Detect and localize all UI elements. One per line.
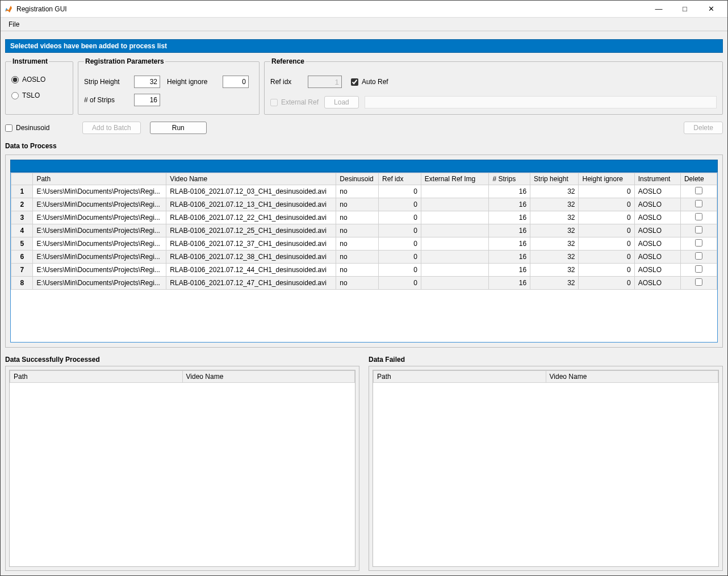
registration-parameters-legend: Registration Parameters	[84, 57, 165, 65]
failed-title: Data Failed	[369, 356, 723, 364]
cell-nstrips: 16	[489, 251, 530, 264]
radio-aoslo-label: AOSLO	[22, 76, 45, 84]
cell-heightignore: 0	[579, 264, 634, 277]
maximize-button[interactable]: □	[672, 1, 698, 18]
cell-video: RLAB-0106_2021.07.12_44_CH1_desinusoided…	[166, 264, 336, 277]
instrument-panel: Instrument AOSLO TSLO	[5, 57, 73, 115]
row-index: 3	[11, 211, 33, 224]
cell-instrument: AOSLO	[634, 224, 680, 237]
failed-panel: Path Video Name	[369, 366, 723, 571]
th-heightignore[interactable]: Height ignore	[579, 173, 634, 185]
minimize-button[interactable]: —	[646, 1, 672, 18]
table-row[interactable]: 4E:\Users\Min\Documents\Projects\Regi...…	[11, 224, 717, 237]
strip-height-input[interactable]	[134, 76, 160, 88]
row-index: 2	[11, 198, 33, 211]
cell-stripheight: 32	[530, 211, 579, 224]
n-strips-input[interactable]	[134, 94, 160, 106]
cell-nstrips: 16	[489, 211, 530, 224]
window-title: Registration GUI	[16, 5, 67, 13]
load-button: Load	[324, 96, 359, 108]
table-row[interactable]: 5E:\Users\Min\Documents\Projects\Regi...…	[11, 237, 717, 251]
cell-delete[interactable]	[680, 211, 717, 224]
cell-stripheight: 32	[530, 277, 579, 290]
th-delete[interactable]: Delete	[680, 173, 717, 185]
cell-instrument: AOSLO	[634, 277, 680, 290]
radio-tslo-label: TSLO	[22, 91, 40, 99]
cell-stripheight: 32	[530, 237, 579, 251]
app-window: Registration GUI — □ ✕ File Selected vid…	[0, 0, 728, 576]
cell-delete[interactable]	[680, 237, 717, 251]
cell-nstrips: 16	[489, 185, 530, 198]
delete-checkbox[interactable]	[695, 278, 702, 286]
table-row[interactable]: 7E:\Users\Min\Documents\Projects\Regi...…	[11, 264, 717, 277]
radio-tslo[interactable]	[11, 92, 19, 99]
cell-extref	[421, 211, 489, 224]
table-row[interactable]: 3E:\Users\Min\Documents\Projects\Regi...…	[11, 211, 717, 224]
delete-checkbox[interactable]	[695, 252, 702, 260]
th-extref[interactable]: External Ref Img	[421, 173, 489, 185]
ref-idx-input	[308, 76, 342, 88]
data-table-wrap[interactable]: Path Video Name Desinusoid Ref idx Exter…	[10, 172, 718, 343]
cell-nstrips: 16	[489, 277, 530, 290]
delete-checkbox[interactable]	[695, 239, 702, 247]
th-path[interactable]: Path	[33, 173, 166, 185]
cell-extref	[421, 251, 489, 264]
table-selection-strip	[10, 160, 718, 172]
failed-th-video[interactable]: Video Name	[546, 371, 718, 383]
cell-video: RLAB-0106_2021.07.12_25_CH1_desinusoided…	[166, 224, 336, 237]
n-strips-label: # of Strips	[84, 96, 129, 104]
menu-file[interactable]: File	[5, 19, 23, 30]
delete-checkbox[interactable]	[695, 200, 702, 207]
run-button[interactable]: Run	[150, 122, 207, 134]
height-ignore-input[interactable]	[223, 76, 249, 88]
status-banner: Selected videos have been added to proce…	[5, 39, 723, 53]
delete-checkbox[interactable]	[695, 265, 702, 273]
auto-ref-checkbox[interactable]	[351, 78, 358, 86]
cell-extref	[421, 264, 489, 277]
delete-checkbox[interactable]	[695, 226, 702, 233]
failed-th-path[interactable]: Path	[374, 371, 546, 383]
cell-delete[interactable]	[680, 251, 717, 264]
table-row[interactable]: 8E:\Users\Min\Documents\Projects\Regi...…	[11, 277, 717, 290]
cell-delete[interactable]	[680, 198, 717, 211]
data-to-process-panel: Path Video Name Desinusoid Ref idx Exter…	[5, 155, 723, 348]
cell-refidx: 0	[379, 237, 421, 251]
cell-heightignore: 0	[579, 211, 634, 224]
th-nstrips[interactable]: # Strips	[489, 173, 530, 185]
cell-path: E:\Users\Min\Documents\Projects\Regi...	[33, 224, 166, 237]
delete-checkbox[interactable]	[695, 213, 702, 220]
table-row[interactable]: 6E:\Users\Min\Documents\Projects\Regi...…	[11, 251, 717, 264]
th-stripheight[interactable]: Strip height	[530, 173, 579, 185]
cell-instrument: AOSLO	[634, 198, 680, 211]
th-instrument[interactable]: Instrument	[634, 173, 680, 185]
cell-nstrips: 16	[489, 224, 530, 237]
table-row[interactable]: 1E:\Users\Min\Documents\Projects\Regi...…	[11, 185, 717, 198]
processed-th-video[interactable]: Video Name	[182, 371, 355, 383]
external-ref-checkbox	[270, 99, 278, 106]
radio-aoslo[interactable]	[11, 76, 19, 84]
cell-stripheight: 32	[530, 251, 579, 264]
processed-th-path[interactable]: Path	[10, 371, 183, 383]
cell-nstrips: 16	[489, 237, 530, 251]
cell-refidx: 0	[379, 211, 421, 224]
cell-delete[interactable]	[680, 224, 717, 237]
close-button[interactable]: ✕	[698, 1, 724, 18]
th-video[interactable]: Video Name	[166, 173, 336, 185]
cell-refidx: 0	[379, 185, 421, 198]
cell-delete[interactable]	[680, 185, 717, 198]
cell-desinusoid: no	[336, 264, 379, 277]
cell-delete[interactable]	[680, 264, 717, 277]
cell-instrument: AOSLO	[634, 237, 680, 251]
content-area: Selected videos have been added to proce…	[1, 31, 727, 575]
delete-button: Delete	[684, 122, 723, 134]
cell-delete[interactable]	[680, 277, 717, 290]
cell-refidx: 0	[379, 264, 421, 277]
th-desinusoid[interactable]: Desinusoid	[336, 173, 379, 185]
table-row[interactable]: 2E:\Users\Min\Documents\Projects\Regi...…	[11, 198, 717, 211]
th-refidx[interactable]: Ref idx	[379, 173, 421, 185]
desinusoid-checkbox[interactable]	[5, 124, 12, 132]
cell-instrument: AOSLO	[634, 264, 680, 277]
delete-checkbox[interactable]	[695, 187, 702, 194]
cell-desinusoid: no	[336, 277, 379, 290]
cell-path: E:\Users\Min\Documents\Projects\Regi...	[33, 251, 166, 264]
